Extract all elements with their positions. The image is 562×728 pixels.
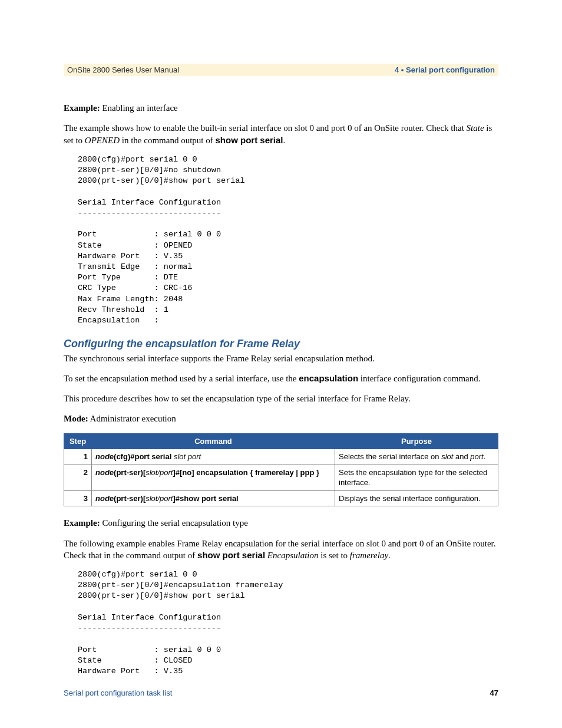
- example-title-text: Enabling an interface: [100, 103, 178, 113]
- encapsulation-term: Encapsulation: [267, 551, 319, 560]
- section-p3: This procedure describes how to set the …: [64, 393, 498, 404]
- purpose-cell: Sets the encapsulation type for the sele…: [335, 465, 498, 490]
- step-number: 2: [64, 465, 92, 490]
- page-footer: Serial port configuration task list 47: [64, 689, 498, 697]
- header-manual-title: OnSite 2800 Series User Manual: [67, 65, 179, 74]
- command-cell: node(prt-ser)[slot/port]#[no] encapsulat…: [92, 465, 335, 490]
- mode-text: Administrator execution: [88, 414, 176, 423]
- col-command: Command: [92, 433, 335, 449]
- purpose-cell: Selects the serial interface on slot and…: [335, 449, 498, 465]
- col-step: Step: [64, 433, 92, 449]
- text: .: [484, 452, 486, 461]
- port-term: port: [470, 452, 483, 461]
- command-cell: node(cfg)#port serial slot port: [92, 449, 335, 465]
- text: and: [453, 452, 470, 461]
- section-p1: The synchronous serial interface support…: [64, 353, 498, 364]
- step-number: 1: [64, 449, 92, 465]
- cmd-arg: slot/port: [146, 468, 173, 477]
- cmd-text: port serial: [134, 452, 173, 461]
- col-purpose: Purpose: [335, 433, 498, 449]
- example1-intro: The example shows how to enable the buil…: [64, 122, 498, 146]
- cmd-text: (prt-ser)[: [114, 494, 146, 503]
- node-token: node: [95, 468, 114, 477]
- page-content: Example: Enabling an interface The examp…: [64, 102, 498, 677]
- cmd-text: (cfg)#: [114, 452, 134, 461]
- page-header: OnSite 2800 Series User Manual 4 • Seria…: [64, 64, 498, 76]
- command-table: Step Command Purpose 1 node(cfg)#port se…: [64, 433, 498, 507]
- command-cell: node(prt-ser)[slot/port]#show port seria…: [92, 490, 335, 506]
- text: in the command output of: [120, 136, 215, 145]
- page-number: 47: [490, 689, 498, 697]
- text: interface configuration command.: [358, 374, 480, 383]
- header-chapter: 4 • Serial port configuration: [395, 65, 495, 74]
- cmd-text: ]#[no] encapsulation { framerelay | ppp …: [173, 468, 319, 477]
- node-token: node: [95, 452, 114, 461]
- example1-title: Example: Enabling an interface: [64, 102, 498, 114]
- cmd-text: ]#show port serial: [173, 494, 238, 503]
- slot-term: slot: [441, 452, 453, 461]
- table-row: 1 node(cfg)#port serial slot port Select…: [64, 449, 498, 465]
- text: The example shows how to enable the buil…: [64, 123, 467, 133]
- state-term: State: [467, 123, 484, 133]
- example-label: Example:: [64, 103, 100, 113]
- mode-label: Mode:: [64, 414, 88, 423]
- cmd-text: (prt-ser)[: [114, 468, 146, 477]
- page: OnSite 2800 Series User Manual 4 • Seria…: [0, 0, 562, 728]
- encapsulation-cmd: encapsulation: [299, 373, 358, 383]
- show-port-serial-cmd: show port serial: [216, 135, 283, 145]
- cmd-arg: slot/port: [146, 494, 173, 503]
- code-block-2: 2800(cfg)#port serial 0 0 2800(prt-ser)[…: [78, 569, 498, 677]
- purpose-cell: Displays the serial interface configurat…: [335, 490, 498, 506]
- opened-term: OPENED: [85, 136, 120, 145]
- example2-title: Example: Configuring the serial encapsul…: [64, 517, 498, 529]
- table-header-row: Step Command Purpose: [64, 433, 498, 449]
- node-token: node: [95, 494, 114, 503]
- section-p2: To set the encapsulation method used by …: [64, 373, 498, 384]
- text: is set to: [319, 551, 350, 560]
- framerelay-term: framerelay: [350, 551, 388, 560]
- table-row: 3 node(prt-ser)[slot/port]#show port ser…: [64, 490, 498, 506]
- table-row: 2 node(prt-ser)[slot/port]#[no] encapsul…: [64, 465, 498, 490]
- cmd-arg: slot port: [174, 452, 201, 461]
- text: .: [388, 551, 391, 560]
- step-number: 3: [64, 490, 92, 506]
- footer-section-title: Serial port configuration task list: [64, 689, 172, 697]
- code-block-1: 2800(cfg)#port serial 0 0 2800(prt-ser)[…: [78, 154, 498, 327]
- example2-intro: The following example enables Frame Rela…: [64, 538, 498, 562]
- text: .: [283, 136, 286, 145]
- mode-line: Mode: Administrator execution: [64, 413, 498, 424]
- section-heading: Configuring the encapsulation for Frame …: [64, 337, 498, 351]
- text: Selects the serial interface on: [339, 452, 441, 461]
- show-port-serial-cmd: show port serial: [197, 550, 265, 560]
- example-title-text: Configuring the serial encapsulation typ…: [100, 518, 248, 528]
- example-label: Example:: [64, 518, 100, 528]
- text: To set the encapsulation method used by …: [64, 374, 299, 383]
